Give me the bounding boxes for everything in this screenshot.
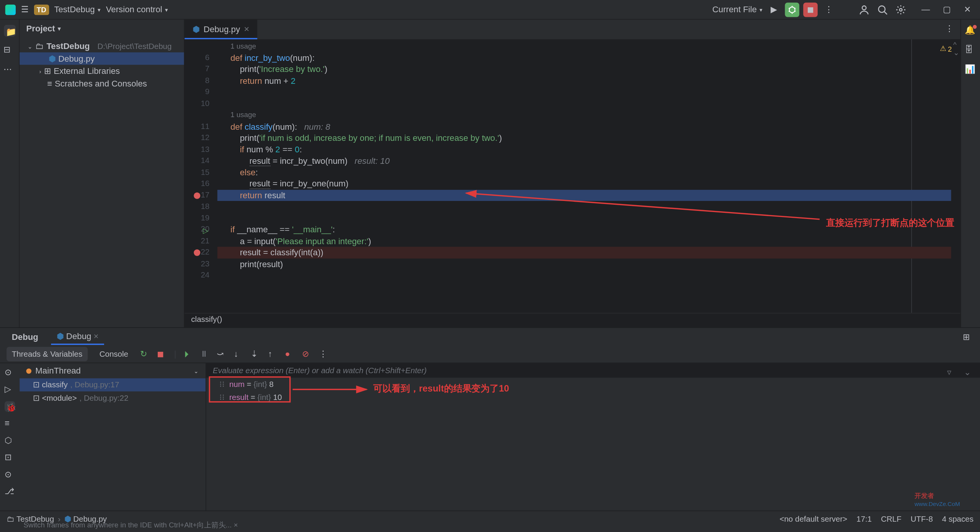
debug-side-toolbar: ⊙ ▷ 🐞 ≡ ⬡ ⊡ ⊙ ⎇	[0, 363, 20, 511]
tip-close-icon[interactable]: ×	[234, 521, 238, 529]
terminal-icon[interactable]: ⊡	[5, 452, 15, 463]
vcs-side-icon[interactable]: ⎇	[5, 486, 15, 497]
status-position[interactable]: 17:1	[856, 514, 872, 523]
expand-icon[interactable]: ⌄	[960, 365, 975, 379]
step-into-icon[interactable]: ↓	[234, 349, 244, 359]
evaluate-input[interactable]: Evaluate expression (Enter) or add a wat…	[206, 363, 980, 378]
svg-text:www.DevZe.CoM: www.DevZe.CoM	[915, 501, 960, 507]
status-encoding[interactable]: UTF-8	[911, 514, 933, 523]
project-panel-header[interactable]: Project ▾	[20, 20, 184, 37]
variables-panel: Evaluate expression (Enter) or add a wat…	[206, 363, 980, 511]
warning-badge[interactable]: ⚠2 ^ ⌄	[940, 41, 959, 57]
stack-frame[interactable]: ⊡ classify, Debug.py:17	[20, 378, 206, 391]
breakpoint-icon[interactable]	[194, 192, 200, 199]
tab-close-icon[interactable]: ×	[244, 24, 249, 34]
services-icon[interactable]: ⬡	[5, 435, 15, 446]
minimize-icon[interactable]: —	[918, 2, 933, 17]
structure-tool-icon[interactable]: ⊟	[3, 44, 15, 56]
svg-point-7	[862, 6, 866, 10]
settings-icon[interactable]	[893, 2, 908, 17]
tab-bar: ⬢ Debug.py × ⋮	[185, 20, 960, 39]
stop-icon[interactable]: ◼	[157, 349, 167, 359]
svg-line-9	[884, 11, 887, 14]
debug-config-tab[interactable]: ⬢ Debug ×	[51, 328, 104, 345]
hamburger-menu-icon[interactable]: ☰	[21, 5, 29, 15]
threads-vars-tab[interactable]: Threads & Variables	[7, 346, 88, 361]
debug-icon[interactable]: ⊙	[5, 367, 15, 377]
watermark: 开发者www.DevZe.CoM	[915, 490, 973, 512]
stack-frame[interactable]: ⊡ <module>, Debug.py:22	[20, 392, 206, 405]
rerun-icon[interactable]: ↻	[140, 349, 150, 359]
annotation-text: 直接运行到了打断点的这个位置	[826, 217, 954, 229]
step-out-icon[interactable]: ↑	[268, 349, 278, 359]
status-server[interactable]: <no default server>	[779, 514, 847, 523]
step-into-my-icon[interactable]: ⇣	[251, 349, 261, 359]
variable-row[interactable]: ⁝⁝ num = {int} 8	[206, 378, 980, 391]
svg-line-6	[794, 11, 795, 11]
status-indent[interactable]: 4 spaces	[942, 514, 973, 523]
pause-icon[interactable]: ⏸	[200, 349, 210, 359]
editor-tab[interactable]: ⬢ Debug.py ×	[185, 20, 257, 39]
sciview-tool-icon[interactable]: 📊	[965, 64, 977, 76]
status-line-sep[interactable]: CRLF	[881, 514, 902, 523]
stop-button[interactable]: ◼	[803, 2, 818, 17]
layout-icon[interactable]: ⊞	[959, 329, 973, 344]
frames-panel: MainThread⌄ ⊡ classify, Debug.py:17 ⊡ <m…	[20, 363, 206, 511]
close-icon[interactable]: ✕	[960, 2, 975, 17]
variable-row[interactable]: ⁝⁝ result = {int} 10	[206, 391, 980, 404]
notifications-icon[interactable]: 🔔	[965, 25, 977, 37]
right-toolbar: 🔔 🗄 📊	[960, 20, 980, 327]
tree-file-debug[interactable]: ⬢ Debug.py	[20, 52, 184, 65]
more-actions-icon[interactable]: ⋮	[822, 2, 836, 17]
debug-panel: Debug ⬢ Debug × ⊞ Threads & Variables Co…	[0, 327, 980, 511]
code-editor[interactable]: 6 7 8 9 10 11 12 13 14 15 16 17 18 19 ▷2…	[185, 39, 960, 313]
debug-button[interactable]	[785, 2, 799, 17]
more-tool-icon[interactable]: ⋯	[3, 64, 15, 76]
bug-side-icon[interactable]: 🐞	[5, 401, 15, 411]
breakpoint-icon[interactable]	[194, 250, 200, 256]
filter-icon[interactable]: ▿	[942, 365, 957, 379]
project-selector[interactable]: TestDebug ▾	[54, 5, 101, 15]
database-tool-icon[interactable]: 🗄	[965, 44, 977, 56]
svg-line-3	[789, 8, 790, 8]
usage-hint[interactable]: 1 usage	[217, 41, 951, 52]
thread-selector[interactable]: MainThread⌄	[20, 363, 206, 378]
svg-point-10	[900, 8, 902, 11]
editor-area: ⬢ Debug.py × ⋮ 6 7 8 9 10 11 12 13 14 15	[185, 20, 960, 327]
run-button[interactable]: ▶	[767, 2, 781, 17]
step-over-icon[interactable]: ⤻	[217, 349, 227, 359]
search-icon[interactable]	[875, 2, 890, 17]
tree-external-libs[interactable]: › ⊞ External Libraries	[20, 65, 184, 77]
console-tab[interactable]: Console	[94, 346, 134, 361]
tab-label: Debug.py	[204, 24, 240, 34]
mute-breakpoints-icon[interactable]: ⊘	[302, 349, 312, 359]
project-tool-icon[interactable]: 📁	[3, 25, 15, 37]
tree-root[interactable]: ⌄ 🗀 TestDebug D:\Project\TestDebug	[20, 40, 184, 52]
tab-options-icon[interactable]: ⋮	[939, 20, 960, 39]
gutter[interactable]: 6 7 8 9 10 11 12 13 14 15 16 17 18 19 ▷2…	[185, 39, 217, 313]
layers-icon[interactable]: ≡	[5, 418, 15, 429]
svg-line-4	[794, 8, 795, 8]
more-debug-icon[interactable]: ⋮	[319, 349, 329, 359]
view-breakpoints-icon[interactable]: ●	[285, 349, 295, 359]
run-config-selector[interactable]: Current File ▾	[712, 5, 763, 15]
project-badge: TD	[34, 4, 49, 15]
svg-line-5	[789, 11, 790, 11]
titlebar: ☰ TD TestDebug ▾ Version control ▾ Curre…	[0, 0, 980, 20]
maximize-icon[interactable]: ▢	[939, 2, 954, 17]
account-icon[interactable]	[857, 2, 872, 17]
problems-icon[interactable]: ⊙	[5, 469, 15, 480]
inspection-gutter[interactable]: ⚠2 ^ ⌄	[951, 39, 960, 313]
vcs-menu[interactable]: Version control ▾	[106, 5, 168, 15]
run-gutter-icon[interactable]: ▷	[203, 225, 208, 237]
annotation-text: 可以看到，result的结果变为了10	[373, 383, 509, 395]
debug-tool-tab[interactable]: Debug	[7, 329, 44, 344]
project-panel: Project ▾ ⌄ 🗀 TestDebug D:\Project\TestD…	[20, 20, 185, 327]
resume-icon[interactable]: ⏵	[183, 349, 193, 359]
run-side-icon[interactable]: ▷	[5, 384, 15, 395]
current-exec-line: return result	[217, 189, 951, 201]
tree-scratches[interactable]: ≡ Scratches and Consoles	[20, 77, 184, 90]
ide-logo-icon[interactable]	[5, 4, 16, 15]
breadcrumb[interactable]: classify()	[185, 313, 960, 327]
usage-hint[interactable]: 1 usage	[217, 109, 951, 121]
